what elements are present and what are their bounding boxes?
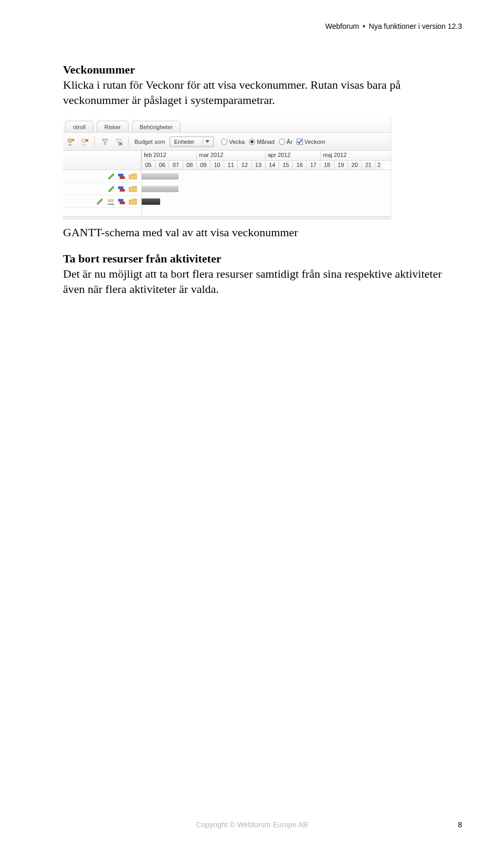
footer-copyright: Copyright © Webforum Europe AB bbox=[0, 821, 504, 829]
month-cell: mar 2012 bbox=[196, 151, 265, 160]
scrollbar[interactable] bbox=[63, 216, 391, 219]
week-cell: 2 bbox=[375, 161, 382, 170]
month-cell: feb 2012 bbox=[141, 151, 196, 160]
checkbox-veckonr[interactable]: Veckonr bbox=[297, 139, 326, 145]
week-cell: 09 bbox=[196, 161, 210, 170]
tab-behorigheter[interactable]: Behörigheter bbox=[132, 121, 181, 132]
tab-bar: ntroll Risker Behörigheter bbox=[63, 117, 391, 133]
svg-point-9 bbox=[111, 199, 114, 202]
radio-icon bbox=[221, 139, 227, 145]
svg-point-8 bbox=[108, 199, 111, 202]
chevron-down-icon bbox=[203, 138, 211, 146]
pencil-icon[interactable] bbox=[108, 185, 115, 193]
tags-icon[interactable] bbox=[118, 186, 125, 192]
week-cell: 08 bbox=[183, 161, 196, 170]
section2-heading: Ta bort resurser från aktiviteter bbox=[63, 252, 462, 266]
week-cell: 15 bbox=[279, 161, 292, 170]
user-remove-icon[interactable] bbox=[80, 137, 89, 146]
week-cell: 20 bbox=[348, 161, 361, 170]
tab-risker[interactable]: Risker bbox=[97, 121, 129, 132]
folder-icon[interactable] bbox=[129, 198, 137, 205]
gantt-row bbox=[63, 183, 141, 195]
folder-icon[interactable] bbox=[129, 173, 137, 180]
funnel-remove-icon[interactable] bbox=[114, 137, 123, 146]
week-cell: 16 bbox=[292, 161, 306, 170]
pencil-icon[interactable] bbox=[96, 198, 103, 205]
week-cell: 10 bbox=[210, 161, 224, 170]
week-cell: 12 bbox=[237, 161, 251, 170]
gantt-grid bbox=[63, 170, 391, 216]
tab-label: Risker bbox=[104, 124, 121, 130]
gantt-bar[interactable] bbox=[142, 186, 178, 192]
radio-icon bbox=[249, 139, 255, 145]
radio-label: Månad bbox=[257, 139, 275, 145]
page-number: 8 bbox=[458, 821, 462, 829]
gantt-screenshot: ntroll Risker Behörigheter Budget som En… bbox=[63, 117, 391, 219]
toolbar: Budget som Enheter Vecka Månad År bbox=[63, 133, 391, 151]
svg-rect-2 bbox=[73, 139, 74, 141]
radio-label: År bbox=[287, 139, 292, 145]
radio-ar[interactable]: År bbox=[279, 139, 292, 145]
tags-icon[interactable] bbox=[118, 199, 125, 204]
svg-point-3 bbox=[81, 139, 86, 143]
week-cell: 18 bbox=[320, 161, 333, 170]
months-row: feb 2012 mar 2012 apr 2012 maj 2012 bbox=[141, 151, 391, 160]
gantt-chart-area[interactable] bbox=[142, 170, 391, 216]
svg-point-0 bbox=[68, 139, 72, 143]
gantt-row bbox=[63, 195, 141, 208]
funnel-icon[interactable] bbox=[100, 137, 110, 146]
separator bbox=[94, 136, 95, 148]
week-cell: 13 bbox=[251, 161, 265, 170]
gantt-row bbox=[63, 170, 141, 183]
radio-icon bbox=[279, 139, 285, 145]
weeks-row: 05 06 07 08 09 10 11 12 13 14 15 16 17 1… bbox=[141, 160, 391, 170]
dropdown-value: Enheter bbox=[172, 139, 203, 145]
month-cell: apr 2012 bbox=[265, 151, 320, 160]
checkbox-label: Veckonr bbox=[304, 139, 326, 145]
checkbox-icon bbox=[297, 139, 303, 145]
tags-icon[interactable] bbox=[118, 174, 125, 179]
week-cell: 05 bbox=[141, 161, 155, 170]
budget-label: Budget som bbox=[134, 139, 165, 145]
week-cell: 11 bbox=[224, 161, 237, 170]
user-plus-icon[interactable] bbox=[66, 137, 76, 146]
week-cell: 19 bbox=[334, 161, 348, 170]
section1-body: Klicka i rutan för Veckonr för att visa … bbox=[63, 78, 462, 108]
bullet-icon: • bbox=[361, 22, 367, 30]
week-cell: 14 bbox=[265, 161, 279, 170]
radio-label: Vecka bbox=[229, 139, 245, 145]
folder-icon[interactable] bbox=[129, 185, 137, 193]
header-brand: Webforum bbox=[326, 22, 359, 30]
month-cell: maj 2012 bbox=[320, 151, 391, 160]
week-cell: 07 bbox=[169, 161, 182, 170]
week-cell: 21 bbox=[361, 161, 375, 170]
radio-manad[interactable]: Månad bbox=[249, 139, 275, 145]
row-icon-column bbox=[63, 170, 142, 216]
screenshot-caption: GANTT-schema med val av att visa veckonu… bbox=[63, 226, 462, 239]
tab-label: ntroll bbox=[73, 124, 86, 130]
timeline-header: feb 2012 mar 2012 apr 2012 maj 2012 05 0… bbox=[63, 151, 391, 170]
header-doc-title: Nya funktioner i version 12.3 bbox=[369, 22, 462, 30]
radio-vecka[interactable]: Vecka bbox=[221, 139, 245, 145]
gantt-bar[interactable] bbox=[142, 173, 178, 180]
tab-label: Behörigheter bbox=[140, 124, 173, 130]
gantt-bar[interactable] bbox=[142, 198, 160, 205]
pencil-icon[interactable] bbox=[108, 173, 115, 180]
page-header: Webforum • Nya funktioner i version 12.3 bbox=[326, 22, 462, 30]
week-cell: 06 bbox=[155, 161, 169, 170]
people-icon[interactable] bbox=[107, 198, 115, 205]
budget-dropdown[interactable]: Enheter bbox=[170, 136, 214, 147]
week-cell: 17 bbox=[306, 161, 320, 170]
separator bbox=[129, 136, 129, 148]
tab-kontroll[interactable]: ntroll bbox=[65, 121, 93, 132]
section1-heading: Veckonummer bbox=[63, 63, 462, 77]
section2-body: Det är nu möjligt att ta bort flera resu… bbox=[63, 267, 462, 297]
